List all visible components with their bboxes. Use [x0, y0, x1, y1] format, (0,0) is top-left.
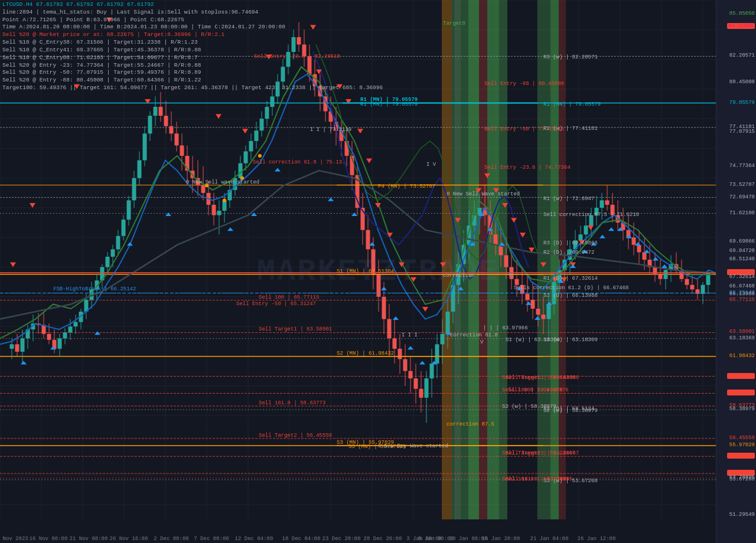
chart-container: MARKETZTRADE LTCUSD.H4 67.61792 67.61792…: [0, 0, 756, 543]
main-chart: [0, 0, 756, 543]
